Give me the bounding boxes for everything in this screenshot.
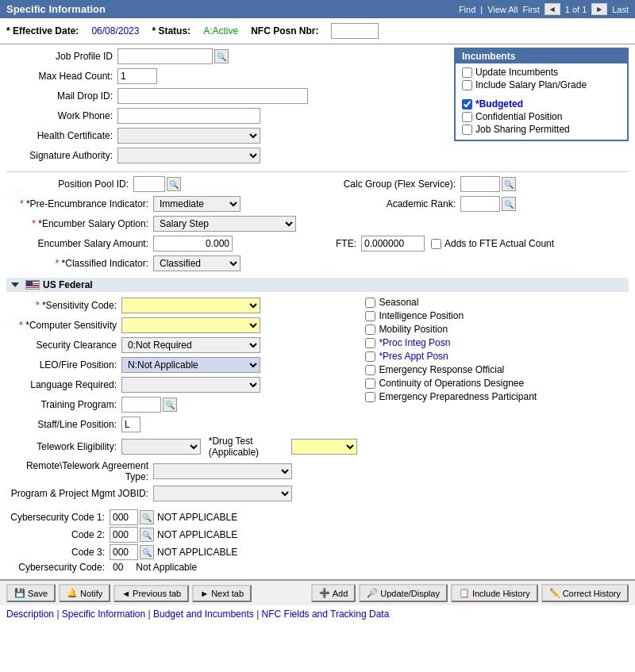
remote-telework-select[interactable] — [153, 463, 292, 479]
nfc-posn-input[interactable] — [331, 23, 379, 39]
us-federal-header[interactable]: US Federal — [6, 278, 629, 292]
telework-label: Telework Eligibility: — [6, 441, 121, 452]
seasonal-checkbox[interactable] — [365, 298, 375, 308]
emergency-prep-row: Emergency Preparedness Participant — [365, 391, 635, 402]
incumbents-body: Update Incumbents Include Salary Plan/Gr… — [456, 63, 627, 140]
enc-amount-input[interactable] — [153, 236, 233, 252]
pres-appt-checkbox[interactable] — [365, 351, 375, 362]
job-profile-search-button[interactable]: 🔍 — [214, 49, 229, 63]
leo-fire-select[interactable]: N:Not Applicable Y:Yes — [121, 357, 260, 373]
nfc-fields-link[interactable]: NFC Fields and Tracking Data — [262, 609, 390, 620]
include-salary-checkbox[interactable] — [462, 80, 472, 90]
budgeted-row: *Budgeted — [462, 98, 621, 109]
job-profile-input[interactable] — [117, 48, 213, 64]
confidential-label: Confidential Position — [475, 111, 562, 122]
mail-drop-input[interactable] — [117, 88, 308, 104]
correct-history-button[interactable]: ✏️ Correct History — [541, 584, 629, 602]
computer-sensitivity-select[interactable] — [121, 317, 260, 333]
cyber-code2-text: NOT APPLICABLE — [157, 529, 237, 540]
staff-line-label: Staff/Line Position: — [6, 419, 121, 430]
confidential-row: Confidential Position — [462, 111, 621, 122]
telework-select[interactable] — [121, 439, 201, 455]
training-input[interactable] — [121, 397, 161, 413]
classified-select[interactable]: Classified Unclassified — [153, 255, 241, 271]
intelligence-checkbox[interactable] — [365, 311, 375, 321]
mobility-label: Mobility Position — [379, 324, 448, 335]
view-all-link[interactable]: View All — [487, 5, 518, 14]
emergency-resp-checkbox[interactable] — [365, 365, 375, 375]
proc-integ-checkbox[interactable] — [365, 338, 375, 348]
drug-test-select[interactable] — [291, 439, 357, 455]
signature-auth-select[interactable] — [117, 148, 260, 163]
max-head-count-input[interactable] — [117, 68, 157, 84]
pool-id-search-button[interactable]: 🔍 — [167, 177, 181, 191]
save-button[interactable]: 💾 Save — [6, 584, 56, 602]
staff-line-input[interactable] — [121, 417, 140, 432]
mobility-checkbox[interactable] — [365, 324, 375, 335]
notify-button[interactable]: 🔔 Notify — [59, 584, 110, 602]
calc-group-input[interactable] — [460, 176, 500, 192]
include-history-button[interactable]: 📋 Include History — [451, 584, 538, 602]
find-link[interactable]: Find — [459, 5, 475, 14]
nav-next-button[interactable]: ► — [591, 3, 607, 15]
bottom-toolbar: 💾 Save 🔔 Notify ◄ Previous tab ► Next ta… — [0, 579, 635, 605]
update-display-button[interactable]: 🔎 Update/Display — [359, 584, 448, 602]
status-value: A:Active — [203, 25, 238, 36]
training-search-button[interactable]: 🔍 — [163, 397, 177, 412]
add-button[interactable]: ➕ Add — [311, 584, 356, 602]
continuity-row: Continuity of Operations Designee — [365, 378, 635, 389]
emergency-prep-checkbox[interactable] — [365, 392, 375, 402]
next-tab-button[interactable]: ► Next tab — [192, 585, 252, 602]
cyber-code2-search-button[interactable]: 🔍 — [140, 528, 154, 542]
continuity-checkbox[interactable] — [365, 378, 375, 389]
mail-drop-row: Mail Drop ID: — [6, 87, 438, 105]
max-head-count-row: Max Head Count: — [6, 67, 438, 85]
pres-appt-label: *Pres Appt Posn — [379, 351, 448, 362]
security-clearance-select[interactable]: 0:Not Required 1:Secret 2:Top Secret — [121, 337, 260, 353]
cyber-code3-search-button[interactable]: 🔍 — [140, 545, 154, 559]
pool-id-input[interactable] — [133, 176, 165, 192]
enc-salary-select[interactable]: Salary Step Max Step Custom — [153, 216, 296, 232]
fte-input[interactable] — [361, 236, 425, 252]
cyber-code2-input[interactable] — [110, 527, 138, 543]
incumbents-box: Incumbents Update Incumbents Include Sal… — [454, 48, 629, 141]
cyber-code1-input[interactable] — [110, 509, 138, 525]
cyber-code3-text: NOT APPLICABLE — [157, 547, 237, 558]
page-header: Specific Information Find | View All Fir… — [0, 0, 635, 18]
cyber-code1-search-button[interactable]: 🔍 — [140, 510, 154, 524]
language-select[interactable] — [121, 377, 260, 393]
prev-tab-button[interactable]: ◄ Previous tab — [114, 585, 189, 602]
program-mgmt-select[interactable] — [153, 486, 292, 501]
cyber-code3-input[interactable] — [110, 544, 138, 560]
academic-rank-input[interactable] — [460, 196, 500, 212]
proc-integ-label: *Proc Integ Posn — [379, 337, 450, 348]
pre-enc-select[interactable]: Immediate Deferred None — [153, 196, 241, 212]
specific-info-link[interactable]: Specific Information — [62, 609, 145, 620]
federal-left: *Sensitivity Code: *Computer Sensitivity… — [6, 297, 365, 505]
work-phone-input[interactable] — [117, 108, 260, 124]
academic-rank-search-button[interactable]: 🔍 — [502, 197, 516, 211]
budget-incumbents-link[interactable]: Budget and Incumbents — [153, 609, 254, 620]
cyber-code-value: 00 — [113, 562, 123, 573]
sensitivity-select[interactable] — [121, 298, 260, 313]
continuity-label: Continuity of Operations Designee — [379, 378, 524, 389]
intelligence-label: Intelligence Position — [379, 310, 464, 321]
incumbents-title: Incumbents — [456, 49, 627, 63]
budgeted-checkbox[interactable] — [462, 99, 472, 109]
health-cert-select[interactable] — [117, 128, 260, 144]
nav-prev-button[interactable]: ◄ — [545, 3, 560, 15]
emergency-resp-label: Emergency Response Official — [379, 364, 504, 375]
confidential-checkbox[interactable] — [462, 112, 472, 122]
cyber-code-label: Cybersecurity Code: — [6, 562, 110, 573]
position-right: Calc Group (Flex Service): 🔍 Academic Ra… — [314, 175, 629, 275]
job-sharing-checkbox[interactable] — [462, 125, 472, 135]
update-incumbents-checkbox[interactable] — [462, 67, 472, 78]
header-nav: Find | View All First ◄ 1 of 1 ► Last — [459, 3, 629, 15]
adds-fte-checkbox[interactable] — [431, 239, 441, 249]
description-link[interactable]: Description — [6, 609, 54, 620]
calc-group-search-button[interactable]: 🔍 — [502, 177, 516, 191]
fte-row: FTE: Adds to FTE Actual Count — [321, 235, 629, 252]
adds-fte-label: Adds to FTE Actual Count — [444, 238, 554, 249]
include-history-icon: 📋 — [459, 588, 470, 598]
cyber-code-row: Cybersecurity Code: 00 Not Applicable — [6, 562, 629, 573]
